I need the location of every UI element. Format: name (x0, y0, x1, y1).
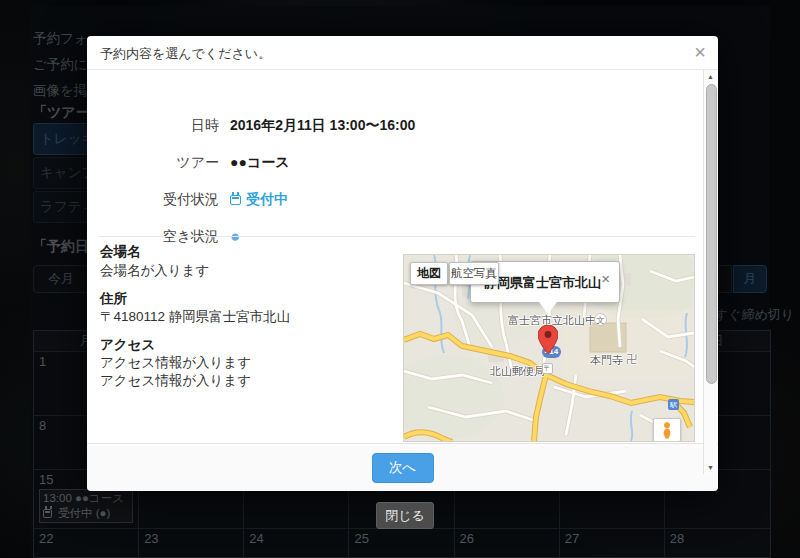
access-line-2: アクセス情報が入ります (100, 372, 395, 390)
status-label: 受付状況 (87, 191, 219, 209)
station-icon: 駅 (668, 399, 679, 410)
pegman-icon (661, 422, 673, 439)
close-modal-button[interactable]: 閉じる (376, 502, 434, 529)
modal-title: 予約内容を選んでください。 (100, 45, 271, 63)
school-icon: 文 (594, 313, 607, 326)
reservation-modal: 予約内容を選んでください。 × 日時 2016年2月11日 13:00〜16:0… (87, 36, 718, 490)
access-label: アクセス (100, 336, 395, 354)
availability-dot: ● (230, 232, 240, 242)
venue-name-value: 会場名が入ります (100, 262, 395, 280)
datetime-value: 2016年2月11日 13:00〜16:00 (230, 117, 415, 135)
detail-row-tour: ツアー ●●コース (87, 154, 290, 172)
access-line-1: アクセス情報が入ります (100, 354, 395, 372)
pegman-control[interactable] (653, 418, 681, 442)
satellite-type-button[interactable]: 航空写真 (449, 262, 499, 285)
modal-footer: 次へ (87, 443, 718, 491)
info-window-title: 静岡県富士宮市北山 (484, 274, 601, 292)
temple-label: 本門寺 (590, 353, 623, 368)
status-value: 受付中 (230, 191, 288, 209)
modal-scrollbar[interactable]: ▲ ▼ (703, 70, 717, 474)
address-label: 住所 (100, 290, 395, 308)
venue-name-label: 会場名 (100, 243, 395, 261)
map-type-button[interactable]: 地図 (410, 262, 448, 285)
scrollbar-thumb[interactable] (706, 84, 717, 384)
google-map[interactable]: 富士宮市立北山中 文 本門寺 卍 北山郵便局 〒 駅 414 静岡県富士宮市北山… (403, 254, 695, 442)
calendar-icon (230, 195, 241, 205)
next-button[interactable]: 次へ (372, 453, 434, 483)
scroll-down-icon[interactable]: ▼ (704, 464, 717, 471)
page: 予約フォー ご予約に 画像を掲 「ツアー」 トレッキング キャンプ ラフティング… (0, 0, 800, 558)
post-office-label: 北山郵便局 (490, 364, 545, 379)
close-icon[interactable]: × (694, 40, 706, 64)
datetime-label: 日時 (87, 117, 219, 135)
detail-row-status: 受付状況 受付中 (87, 191, 288, 209)
tour-value: ●●コース (230, 154, 290, 172)
modal-header: 予約内容を選んでください。 × (87, 36, 718, 70)
scroll-up-icon[interactable]: ▲ (704, 73, 717, 80)
address-value: 〒4180112 静岡県富士宮市北山 (100, 308, 395, 326)
map-pin-icon (538, 325, 558, 359)
section-divider (99, 236, 695, 237)
tour-label: ツアー (87, 154, 219, 172)
post-office-icon: 〒 (542, 363, 553, 374)
detail-row-datetime: 日時 2016年2月11日 13:00〜16:00 (87, 117, 415, 135)
info-close-icon[interactable]: × (601, 270, 610, 287)
temple-icon: 卍 (626, 352, 637, 367)
